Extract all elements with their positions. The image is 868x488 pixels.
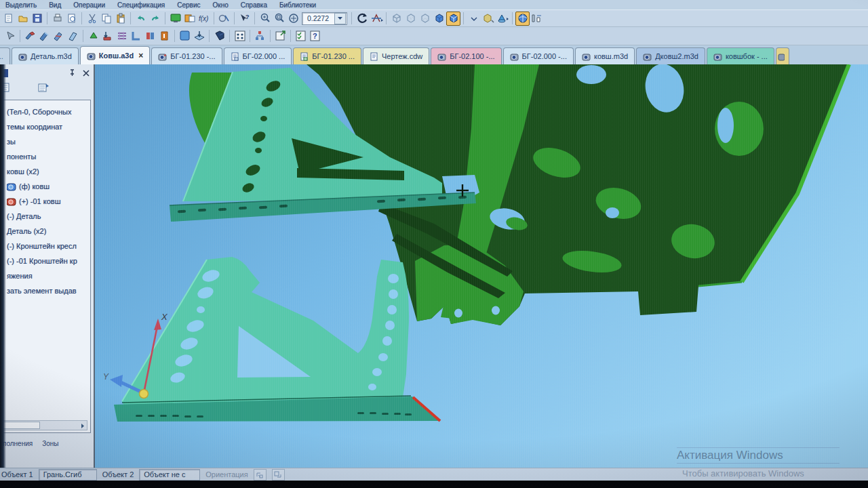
tree-item-cut-extrude[interactable]: зать элемент выдав xyxy=(0,283,90,298)
tab-bg02-000-a[interactable]: БГ-02.000 ... xyxy=(224,47,292,64)
cut-extrude-icon[interactable] xyxy=(212,29,226,43)
shaded-cube-icon[interactable] xyxy=(432,12,446,26)
menu-help[interactable]: Справка xyxy=(241,1,267,9)
orientation-button-2[interactable] xyxy=(272,469,285,481)
plate-icon[interactable] xyxy=(143,29,157,43)
hidden-thin-cube-icon[interactable] xyxy=(418,12,432,26)
hole-icon[interactable] xyxy=(157,29,172,43)
array-icon[interactable] xyxy=(233,29,247,43)
sheet-body-icon[interactable] xyxy=(23,29,37,43)
tab-bg01-230-b[interactable]: БГ-01.230 ... xyxy=(293,47,361,64)
shaded-edges-cube-icon[interactable] xyxy=(446,12,460,26)
part-icon xyxy=(18,52,27,61)
zoom-page-icon[interactable] xyxy=(272,12,286,26)
preview-icon[interactable] xyxy=(64,12,79,26)
tree-item-components[interactable]: поненты xyxy=(0,149,90,164)
tree-item-01-kronshtein[interactable]: (-) -01 Кронштейн кр xyxy=(0,253,90,268)
tab-dkovsh2-m3d[interactable]: Дковш2.m3d xyxy=(636,47,705,64)
tab-bg01-230-a[interactable]: БГ-01.230 -... xyxy=(151,47,222,64)
tree-item-f-kovsh[interactable]: (ф) ковш xyxy=(0,179,90,194)
louver-icon[interactable] xyxy=(129,29,143,43)
zoom-scale-dropdown[interactable] xyxy=(334,13,346,24)
save-icon[interactable] xyxy=(30,12,44,26)
orientation-cone-icon[interactable] xyxy=(495,12,509,26)
tree-item-01-kovsh[interactable]: (+) -01 ковш xyxy=(0,194,90,209)
new-document-icon[interactable] xyxy=(1,12,16,26)
zoom-scale-value[interactable]: 0.2272 xyxy=(302,14,334,22)
close-icon[interactable]: × xyxy=(138,51,143,60)
open-folder-icon[interactable] xyxy=(16,12,30,26)
fx-icon[interactable]: f(x) xyxy=(197,12,211,26)
axes-orientation-icon[interactable] xyxy=(369,12,383,26)
perspective-dropdown-icon[interactable] xyxy=(467,12,481,26)
paste-icon[interactable] xyxy=(113,12,127,26)
menu-window[interactable]: Окно xyxy=(212,1,228,9)
unbend-icon[interactable] xyxy=(100,29,115,43)
tree-report-icon[interactable] xyxy=(38,82,50,96)
checklist-icon[interactable] xyxy=(294,29,308,43)
menu-libraries[interactable]: Библиотеки xyxy=(279,1,316,9)
part-icon xyxy=(510,52,519,61)
tab-kovsh-m3d[interactable]: ковш.m3d xyxy=(575,47,635,64)
bend-by-line-icon[interactable] xyxy=(52,29,66,43)
tab-kovshbok[interactable]: ковшбок - ... xyxy=(707,47,774,64)
tree-item-detal[interactable]: (-) Деталь xyxy=(0,209,90,224)
menu-select[interactable]: Выделить xyxy=(5,1,37,9)
zoom-in-icon[interactable] xyxy=(258,12,272,26)
panel-tab-zones[interactable]: Зоны xyxy=(42,440,58,447)
select-arrow-icon[interactable] xyxy=(3,29,17,43)
tab-bg02-000-b[interactable]: БГ-02.000 -... xyxy=(503,47,574,64)
sketch-icon[interactable] xyxy=(178,29,192,43)
scroll-right-icon[interactable] xyxy=(80,420,85,432)
tree-item-root[interactable]: (Тел-0, Сборочных xyxy=(0,104,90,119)
rotate-model-icon[interactable] xyxy=(515,12,530,26)
undo-icon[interactable] xyxy=(134,12,148,26)
jog-icon[interactable] xyxy=(66,29,80,43)
tree-item-zy[interactable]: зы xyxy=(0,134,90,149)
close-corner-icon[interactable] xyxy=(86,29,100,43)
question-icon[interactable]: ? xyxy=(308,29,322,43)
hidden-lines-cube-icon[interactable] xyxy=(403,12,418,26)
tab-kovsh-a3d[interactable]: Ковш.а3d× xyxy=(80,46,150,64)
scrollbar-thumb[interactable] xyxy=(1,422,40,429)
stamp-icon[interactable] xyxy=(115,29,129,43)
report-window-icon[interactable] xyxy=(273,29,288,43)
measure-icon[interactable] xyxy=(530,12,544,26)
wireframe-cube-icon[interactable] xyxy=(389,12,403,26)
tree-horizontal-scrollbar[interactable] xyxy=(0,420,87,430)
redo-icon[interactable] xyxy=(148,12,162,26)
display-icon[interactable] xyxy=(168,12,182,26)
tree-item-kovsh-x2[interactable]: ковш (x2) xyxy=(0,164,90,179)
viewport-3d[interactable]: X Y xyxy=(95,64,868,468)
phone-icon[interactable] xyxy=(217,12,231,26)
tree-item-sopryazheniya[interactable]: яжения xyxy=(0,268,90,283)
pin-icon[interactable] xyxy=(68,67,76,79)
menu-view[interactable]: Вид xyxy=(49,1,61,9)
bend-icon[interactable] xyxy=(37,29,52,43)
variables-icon[interactable] xyxy=(182,12,197,26)
tab-partial[interactable]: эй... xyxy=(0,47,10,64)
print-icon[interactable] xyxy=(50,12,64,26)
structure-icon[interactable] xyxy=(253,29,267,43)
tree-item-kronshtein-kresla[interactable]: (-) Кронштейн кресл xyxy=(0,239,90,253)
menu-operations[interactable]: Операции xyxy=(73,1,105,9)
cut-icon[interactable] xyxy=(85,12,99,26)
tab-detal-m3d[interactable]: Деталь.m3d xyxy=(12,47,79,64)
simplify-cube-icon[interactable] xyxy=(481,12,495,26)
tree-item-coord-systems[interactable]: темы координат xyxy=(0,119,90,134)
zoom-scale-combo[interactable]: 0.2272 xyxy=(302,12,347,25)
tab-bg02-100[interactable]: БГ-02.100 -... xyxy=(431,47,501,64)
tab-sliver[interactable] xyxy=(776,47,789,64)
extrude-icon[interactable] xyxy=(192,29,206,43)
tree-item-detal-x2[interactable]: Деталь (x2) xyxy=(0,224,90,239)
tab-chertezh-cdw[interactable]: Чертеж.cdw xyxy=(363,47,429,64)
zoom-area-icon[interactable] xyxy=(286,12,300,26)
context-help-icon[interactable]: ? xyxy=(237,12,252,26)
copy-icon[interactable] xyxy=(99,12,113,26)
orientation-button-1[interactable] xyxy=(254,469,267,481)
menu-service[interactable]: Сервис xyxy=(177,1,200,9)
close-panel-icon[interactable] xyxy=(83,67,90,79)
panel-tab-executions[interactable]: полнения xyxy=(3,440,33,447)
menu-specification[interactable]: Спецификация xyxy=(117,1,165,9)
rotate-icon[interactable] xyxy=(355,12,369,26)
